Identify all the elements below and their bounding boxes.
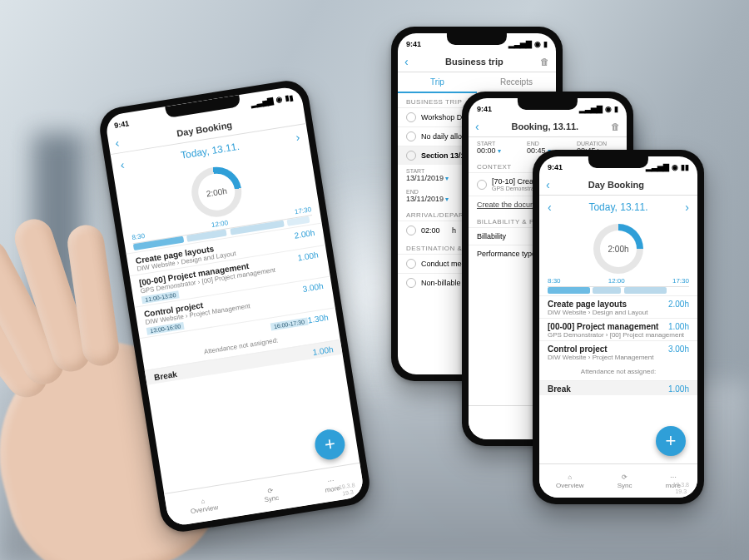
navbar: ‹ Booking, 13.11. 🗑 [469,116,627,137]
notch [518,98,578,110]
tab-trip[interactable]: Trip [398,72,477,93]
current-date: Today, 13.11. [180,141,240,161]
sync-icon: ⟳ [266,486,273,494]
task-row[interactable]: 2.00h Create page layouts DIW Website › … [539,295,697,318]
delete-icon[interactable]: 🗑 [611,121,620,131]
task-row[interactable]: 3.00h Control project DIW Website › Proj… [539,340,697,363]
notch [588,156,648,168]
screen-title: Day Booking [588,180,644,190]
prev-day-icon[interactable]: ‹ [548,201,552,214]
back-chevron-icon[interactable]: ‹ [546,178,550,191]
battery-icon: ▮▮ [285,93,294,102]
next-day-icon[interactable]: › [685,201,689,214]
nav-overview[interactable]: ⌂Overview [189,495,219,515]
tab-receipts[interactable]: Receipts [477,72,556,93]
list-icon [406,151,416,161]
timeline-scale: 8:3012:0017:30 [539,275,697,286]
target-icon [477,180,487,190]
attendance-notice: Attendance not assigned: [539,363,697,380]
plus-icon: + [323,433,337,456]
hours-donut: 2:00h [593,224,643,274]
screen-title: Business trip [445,57,503,67]
date-nav: ‹ Today, 13.11. › [539,196,697,219]
signal-icon: ▂▃▅▇ [250,97,274,108]
more-icon: ⋯ [327,476,335,484]
add-fab[interactable]: + [313,428,347,462]
status-time: 9:41 [406,40,421,48]
status-time: 9:41 [113,119,129,130]
checklist-icon [406,259,416,269]
prev-day-icon[interactable]: ‹ [120,158,126,172]
version-label: 19.3.819.3 [673,482,692,494]
wifi-icon: ◉ [275,95,283,104]
break-hours: 1.00h [312,344,334,357]
tab-bar: Trip Receipts [398,72,556,93]
back-chevron-icon[interactable]: ‹ [475,120,479,133]
circle-icon [406,131,416,141]
nav-sync[interactable]: ⟳Sync [618,473,632,489]
next-day-icon[interactable]: › [295,130,300,144]
notch [447,33,507,45]
screen-title: Booking, 13.11. [511,121,578,131]
hours-donut: 2:00h [188,163,246,221]
navbar: ‹ Business trip 🗑 [398,52,556,72]
version-label: 19.3.819.3 [339,481,360,496]
timeline-track [548,286,689,295]
add-fab[interactable]: + [656,426,686,456]
back-chevron-icon[interactable]: ‹ [114,136,120,150]
target-icon [406,112,416,122]
bottom-nav: ⌂Overview ⟳Sync ⋯more 19.3.819.3 [539,463,697,498]
back-chevron-icon[interactable]: ‹ [404,55,409,68]
home-icon: ⌂ [201,497,206,505]
nav-overview[interactable]: ⌂Overview [556,473,583,489]
current-date: Today, 13.11. [588,201,647,213]
delete-icon[interactable]: 🗑 [540,57,549,67]
task-row[interactable]: 1.00h [00-00] Project management GPS Dem… [539,318,697,340]
nav-sync[interactable]: ⟳Sync [262,485,280,503]
break-row[interactable]: 1.00h Break [539,380,697,395]
screen-title: Day Booking [176,120,232,138]
clock-icon [406,225,416,235]
circle-icon [406,278,416,288]
navbar: ‹ Day Booking [539,175,697,196]
